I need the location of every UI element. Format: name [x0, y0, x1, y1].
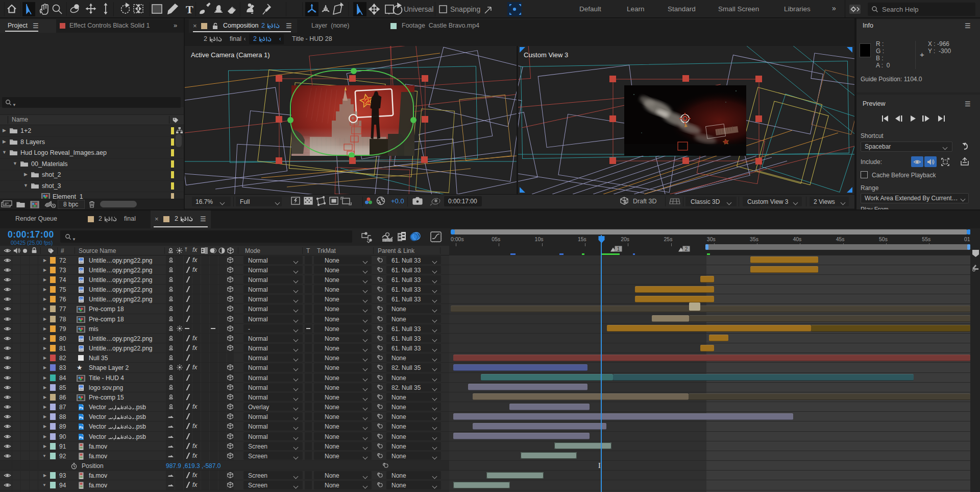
svg-text:2: 2 — [685, 246, 688, 252]
svg-text:+0.0: +0.0 — [391, 197, 404, 205]
svg-text:T: T — [186, 3, 193, 16]
svg-text:Draft 3D: Draft 3D — [633, 198, 657, 205]
svg-text:Snapping: Snapping — [450, 5, 480, 13]
svg-text:1: 1 — [617, 246, 620, 252]
svg-text:Universal: Universal — [404, 5, 433, 13]
